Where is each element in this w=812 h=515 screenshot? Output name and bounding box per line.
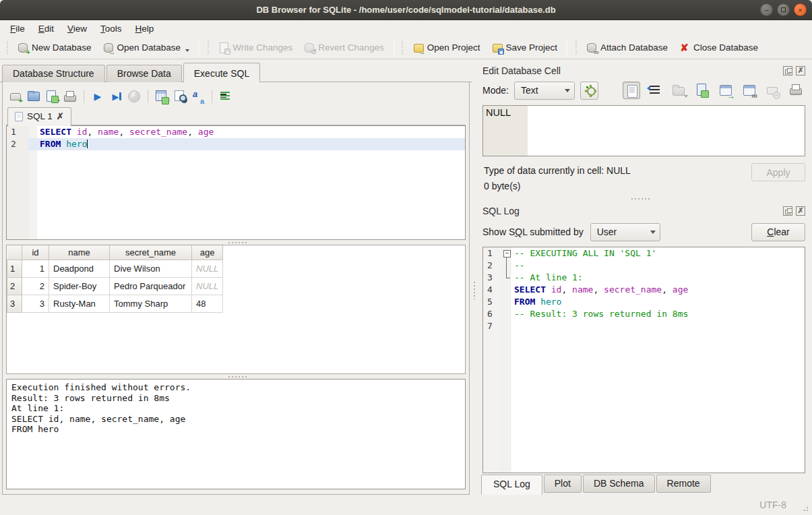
sql-doc-tabbar: SQL 1 ✗ [6,107,466,125]
open-database-button[interactable]: →Open Database [97,39,195,56]
fold-corner-icon[interactable] [502,272,511,284]
text-fill [511,332,805,473]
sql-log-view[interactable]: 1-- EXECUTING ALL IN 'SQL 1'2--3-- At li… [482,247,805,473]
open-project-button[interactable]: →Open Project [407,39,486,56]
cell[interactable]: 2 [22,277,49,295]
menu-tools[interactable]: Tools [94,22,128,36]
word-wrap-lines-icon[interactable] [218,88,234,104]
cell[interactable]: NULL [192,260,223,277]
table-row[interactable]: 33Rusty-ManTommy Sharp48 [7,295,223,312]
import-from-file-icon [670,82,687,99]
menu-view[interactable]: View [61,22,93,36]
cell[interactable]: Deadpond [49,260,110,277]
toolbar-separator [84,90,84,103]
bottom-tab-remote[interactable]: Remote [656,475,711,493]
menu-file[interactable]: File [4,22,31,36]
chevron-down-icon [185,49,189,52]
close-database-button[interactable]: ✘Close Database [673,39,763,56]
word-wrap-icon[interactable] [646,82,664,99]
find-in-document-icon[interactable] [172,88,188,104]
new-database-button[interactable]: +New Database [11,39,97,56]
table-row[interactable]: 22Spider-BoyPedro ParqueadorNULL [7,277,223,295]
results-log-splitter[interactable] [6,374,466,379]
left-panel: Database StructureBrowse DataExecute SQL… [0,59,472,495]
export-to-file-icon[interactable] [693,82,711,99]
execute-current-line-icon[interactable] [108,88,124,104]
results-grid[interactable]: idnamesecret_nameage11DeadpondDive Wilso… [6,245,466,374]
export-results-icon[interactable] [154,88,170,104]
minimize-icon[interactable]: − [760,3,773,16]
execute-sql-pane: SQL 1 ✗ 1SELECT id, name, secret_name, a… [2,82,470,495]
tab-close-icon[interactable]: ✗ [57,111,64,121]
cell[interactable]: 48 [192,295,223,312]
apply-button[interactable]: Apply [751,163,805,181]
sql-editor[interactable]: 1SELECT id, name, secret_name, age2FROM … [6,125,466,240]
set-null-icon [764,82,782,99]
auto-switch-mode-icon[interactable] [580,82,598,100]
cell-value-editor[interactable]: NULL [482,105,805,156]
tab-browse-data[interactable]: Browse Data [106,65,182,82]
column-header-age[interactable]: age [192,245,223,260]
cell[interactable]: Tommy Sharp [110,295,192,312]
cell[interactable]: Spider-Boy [49,277,110,295]
close-dock-icon[interactable] [796,206,805,216]
cell[interactable]: 1 [22,260,49,277]
print-icon[interactable] [62,88,78,104]
bottom-tab-plot[interactable]: Plot [544,475,582,493]
table-row[interactable]: 11DeadpondDive WilsonNULL [7,260,223,277]
maximize-icon[interactable] [777,3,790,16]
gutter-fill [483,332,502,473]
menu-edit[interactable]: Edit [32,22,60,36]
cell[interactable]: 3 [22,295,49,312]
open-sql-file-icon[interactable] [26,88,42,104]
edit-cell-title: Edit Database Cell [482,65,561,76]
fold-minus-icon[interactable] [502,247,511,260]
bottom-tab-db-schema[interactable]: DB Schema [583,475,655,493]
attach-database-icon: ∞ [586,42,597,53]
close-dock-icon[interactable] [796,66,805,75]
format-sql-icon[interactable] [190,88,206,104]
fold-line-icon[interactable] [502,260,511,272]
resize-grip-icon[interactable] [801,504,809,512]
panel-splitter[interactable] [472,59,477,495]
column-header-secret_name[interactable]: secret_name [110,245,192,260]
execute-all-icon[interactable] [90,88,106,104]
attach-database-button[interactable]: ∞Attach Database [580,39,673,56]
float-dock-icon[interactable] [783,206,792,216]
close-database-label: Close Database [693,42,758,53]
mode-combobox[interactable]: Text [514,82,575,100]
cell[interactable]: Rusty-Man [49,295,110,312]
open-external-icon[interactable] [717,82,735,99]
tab-execute-sql[interactable]: Execute SQL [183,63,261,82]
write-changes-label: Write Changes [232,42,292,53]
chevron-down-icon [565,89,570,92]
menu-help[interactable]: Help [129,22,160,36]
revert-changes-button[interactable]: ↺Revert Changes [298,39,389,56]
save-project-button[interactable]: Save Project [486,39,563,56]
dock-splitter[interactable] [480,195,807,202]
submitted-by-combobox[interactable]: User [590,223,660,241]
print-cell-icon[interactable] [788,82,805,99]
float-dock-icon[interactable] [783,66,792,75]
close-icon[interactable]: × [794,3,807,16]
column-header-name[interactable]: name [49,245,110,260]
write-changes-button[interactable]: Write Changes [212,39,298,56]
new-sql-tab-icon[interactable] [7,88,24,104]
copy-link-icon[interactable] [741,82,758,99]
line-text: SELECT id, name, secret_name, age [37,126,465,138]
save-sql-file-icon[interactable] [44,88,60,104]
text-mode-icon[interactable] [623,82,640,99]
bottom-tab-sql-log[interactable]: SQL Log [481,475,542,495]
sql-doc-tab[interactable]: SQL 1 ✗ [7,107,71,125]
plus-badge-icon: + [26,49,30,56]
cell[interactable]: NULL [192,277,223,295]
tab-database-structure[interactable]: Database Structure [2,65,105,82]
execution-message[interactable]: Execution finished without errors. Resul… [6,379,466,489]
column-header-id[interactable]: id [22,245,49,260]
main-tabbar: Database StructureBrowse DataExecute SQL [0,63,472,82]
cell[interactable]: Dive Wilson [110,260,192,277]
clear-button[interactable]: Clear [751,223,805,241]
editor-results-splitter[interactable] [6,240,466,245]
save-project-label: Save Project [506,42,558,53]
cell[interactable]: Pedro Parqueador [110,277,192,295]
